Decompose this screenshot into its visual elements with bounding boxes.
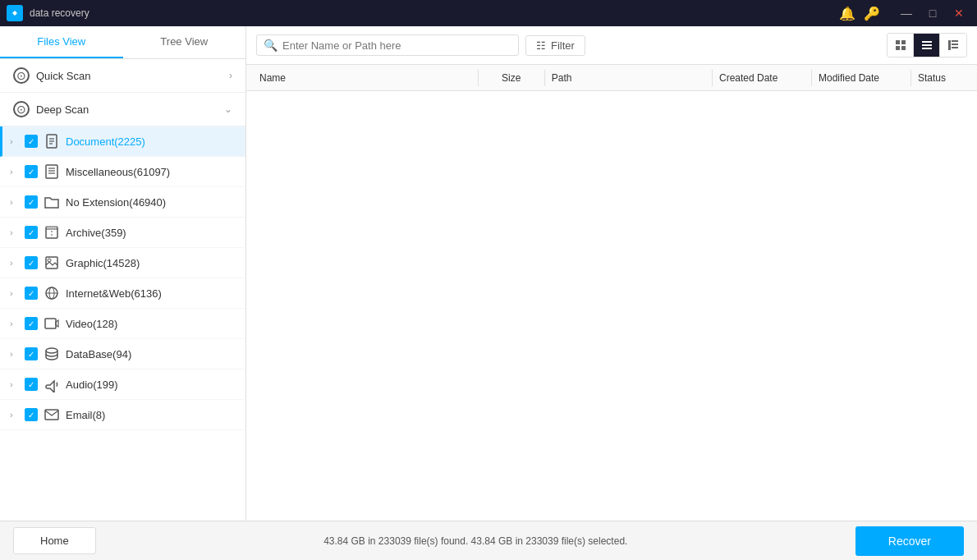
main-container: Files View Tree View Quick Scan › Deep S… bbox=[0, 26, 977, 521]
sidebar: Files View Tree View Quick Scan › Deep S… bbox=[0, 26, 246, 521]
svg-rect-17 bbox=[45, 319, 56, 328]
col-header-created: Created Date bbox=[713, 66, 811, 90]
chevron-icon: › bbox=[10, 258, 23, 268]
list-item[interactable]: › Graphic(14528) bbox=[0, 248, 245, 278]
chevron-icon: › bbox=[10, 227, 23, 237]
list-item[interactable]: › No Extension(46940) bbox=[0, 187, 245, 218]
deep-scan-icon bbox=[13, 101, 30, 117]
checkbox[interactable] bbox=[25, 226, 38, 239]
search-box: 🔍 bbox=[256, 34, 519, 56]
chevron-icon: › bbox=[10, 197, 23, 207]
view-controls bbox=[887, 33, 967, 57]
list-item[interactable]: › Internet&Web(6136) bbox=[0, 278, 245, 309]
detail-view-button[interactable] bbox=[940, 34, 966, 57]
grid-view-button[interactable] bbox=[888, 34, 914, 57]
content-list bbox=[246, 91, 977, 521]
svg-rect-23 bbox=[901, 46, 906, 50]
key-icon[interactable]: 🔑 bbox=[862, 3, 882, 23]
svg-rect-29 bbox=[952, 44, 958, 45]
file-type-icon bbox=[43, 223, 61, 241]
chevron-icon: › bbox=[10, 288, 23, 298]
file-type-icon bbox=[43, 284, 61, 302]
search-input[interactable] bbox=[282, 39, 511, 52]
list-item[interactable]: › Audio(199) bbox=[0, 370, 245, 400]
file-type-icon bbox=[43, 375, 61, 393]
chevron-icon: › bbox=[10, 349, 23, 359]
file-item-label: Miscellaneous(61097) bbox=[66, 166, 170, 178]
deep-scan-expand-icon: ⌄ bbox=[224, 103, 232, 115]
tab-tree-view[interactable]: Tree View bbox=[123, 26, 246, 58]
file-item-label: No Extension(46940) bbox=[66, 196, 166, 209]
checkbox[interactable] bbox=[25, 165, 38, 178]
file-item-label: Audio(199) bbox=[66, 379, 118, 391]
list-item[interactable]: › Archive(359) bbox=[0, 218, 245, 248]
quick-scan-left: Quick Scan bbox=[13, 67, 90, 84]
quick-scan-expand-icon: › bbox=[229, 70, 232, 81]
table-header: Name Size Path Created Date Modified Dat… bbox=[246, 65, 977, 91]
checkbox[interactable] bbox=[25, 347, 38, 360]
file-type-list: › Document(2225) › Miscellaneous(61097) … bbox=[0, 126, 245, 430]
filter-label: Filter bbox=[551, 39, 575, 52]
file-item-label: Graphic(14528) bbox=[66, 257, 140, 269]
checkbox[interactable] bbox=[25, 287, 38, 300]
checkbox[interactable] bbox=[25, 408, 38, 421]
file-type-icon bbox=[43, 132, 61, 150]
minimize-button[interactable]: — bbox=[895, 2, 918, 25]
titlebar: data recovery 🔔 🔑 — □ ✕ bbox=[0, 0, 977, 26]
status-text: 43.84 GB in 233039 file(s) found. 43.84 … bbox=[96, 535, 855, 547]
checkbox[interactable] bbox=[25, 135, 38, 148]
chevron-icon: › bbox=[10, 319, 23, 328]
titlebar-action-icons: 🔔 🔑 bbox=[837, 3, 882, 23]
chevron-icon: › bbox=[10, 410, 23, 420]
window-controls: — □ ✕ bbox=[895, 2, 970, 25]
list-item[interactable]: › Video(128) bbox=[0, 309, 245, 339]
tab-files-view[interactable]: Files View bbox=[0, 26, 123, 58]
list-item[interactable]: › Email(8) bbox=[0, 400, 245, 430]
svg-rect-27 bbox=[948, 40, 951, 50]
list-item[interactable]: › Miscellaneous(61097) bbox=[0, 157, 245, 187]
checkbox[interactable] bbox=[25, 317, 38, 330]
file-type-icon bbox=[43, 314, 61, 333]
file-type-icon bbox=[43, 345, 61, 363]
notification-icon[interactable]: 🔔 bbox=[837, 3, 857, 23]
svg-rect-9 bbox=[46, 228, 57, 238]
maximize-button[interactable]: □ bbox=[921, 2, 944, 25]
col-header-name: Name bbox=[246, 66, 478, 90]
deep-scan-section[interactable]: Deep Scan ⌄ bbox=[0, 93, 245, 126]
recover-button[interactable]: Recover bbox=[855, 526, 964, 556]
bottom-bar: Home 43.84 GB in 233039 file(s) found. 4… bbox=[0, 521, 977, 560]
file-type-icon bbox=[43, 193, 61, 211]
file-item-label: Email(8) bbox=[66, 409, 105, 421]
filter-button[interactable]: ☷ Filter bbox=[525, 35, 585, 56]
quick-scan-section[interactable]: Quick Scan › bbox=[0, 59, 245, 93]
checkbox[interactable] bbox=[25, 195, 38, 209]
svg-rect-24 bbox=[922, 41, 932, 43]
file-type-icon bbox=[43, 254, 61, 272]
file-type-icon bbox=[43, 163, 61, 181]
chevron-icon: › bbox=[10, 167, 23, 177]
list-item[interactable]: › DataBase(94) bbox=[0, 339, 245, 370]
search-icon: 🔍 bbox=[264, 39, 278, 52]
checkbox[interactable] bbox=[25, 378, 38, 391]
filter-icon: ☷ bbox=[536, 39, 546, 52]
content-area: 🔍 ☷ Filter bbox=[246, 26, 977, 521]
svg-rect-21 bbox=[901, 40, 906, 44]
svg-rect-26 bbox=[922, 48, 932, 49]
checkbox[interactable] bbox=[25, 256, 38, 269]
svg-point-18 bbox=[46, 348, 57, 353]
app-title: data recovery bbox=[30, 7, 837, 19]
col-header-modified: Modified Date bbox=[812, 66, 910, 90]
close-button[interactable]: ✕ bbox=[947, 2, 970, 25]
svg-rect-20 bbox=[896, 40, 900, 44]
svg-rect-22 bbox=[896, 46, 900, 50]
quick-scan-icon bbox=[13, 67, 30, 84]
view-tabs: Files View Tree View bbox=[0, 26, 245, 59]
svg-rect-5 bbox=[46, 165, 57, 178]
chevron-icon: › bbox=[10, 136, 23, 146]
list-item[interactable]: › Document(2225) bbox=[0, 126, 245, 157]
quick-scan-label: Quick Scan bbox=[36, 70, 90, 82]
list-view-button[interactable] bbox=[914, 34, 940, 57]
file-item-label: Video(128) bbox=[66, 318, 117, 330]
home-button[interactable]: Home bbox=[13, 527, 96, 554]
svg-rect-19 bbox=[45, 410, 58, 420]
